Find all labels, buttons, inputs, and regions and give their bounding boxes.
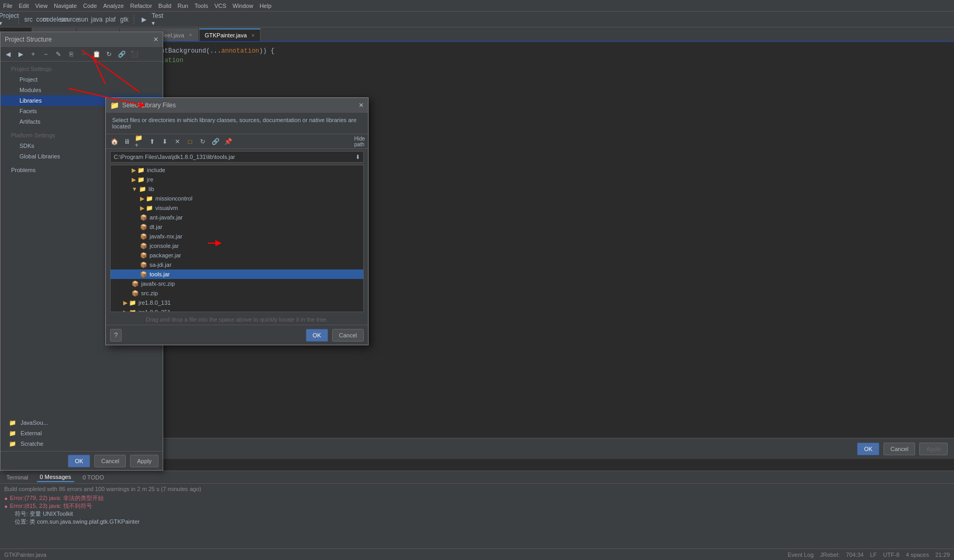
ps-ok-btn[interactable]: OK — [68, 455, 90, 467]
file-tree-visualvm[interactable]: ▶ 📁 visualvm — [111, 203, 363, 213]
file-tree-ant-javafx[interactable]: 📦 ant-javafx.jar — [111, 213, 363, 222]
dialog-cancel-btn[interactable]: Cancel — [332, 329, 364, 342]
tab-gtkpainter[interactable]: GTKPainter.java × — [199, 28, 261, 41]
toolbar-btn-plaf[interactable]: plaf — [105, 14, 116, 25]
menu-code[interactable]: Code — [83, 3, 97, 9]
status-right: Event Log JRebel: 704:34 LF UTF-8 4 spac… — [788, 552, 950, 558]
main-ok-btn[interactable]: OK — [857, 443, 879, 455]
file-tree-javafx-mx[interactable]: 📦 javafx-mx.jar — [111, 232, 363, 241]
ps-link-btn[interactable]: 🔗 — [116, 49, 127, 59]
file-tree-javafx-src[interactable]: 📦 javafx-src.zip — [111, 279, 363, 288]
dialog-up-btn[interactable]: ⬆ — [147, 136, 157, 147]
menu-navigate[interactable]: Navigate — [54, 3, 76, 9]
ps-back-btn[interactable]: ◀ — [3, 49, 13, 59]
tab-gtklookandfeel-close[interactable]: × — [189, 32, 192, 38]
error-detail-2: 位置: 类 com.sun.java.swing.plaf.gtk.GTKPai… — [4, 518, 950, 526]
dialog-buttons: ? OK Cancel — [106, 325, 368, 345]
tab-gtkpainter-close[interactable]: × — [252, 33, 255, 38]
dialog-downloads-btn[interactable]: ⬇ — [160, 136, 170, 147]
tab-terminal[interactable]: Terminal — [3, 473, 32, 482]
path-download-icon[interactable]: ⬇ — [355, 154, 360, 161]
ps-item-modules[interactable]: Modules — [1, 85, 163, 95]
menu-edit[interactable]: Edit — [19, 3, 29, 9]
ps-cancel-btn[interactable]: Cancel — [94, 455, 126, 467]
tab-todo[interactable]: 0 TODO — [80, 473, 107, 482]
dialog-refresh-btn[interactable]: ↻ — [197, 136, 208, 147]
ps-paste-btn[interactable]: 📋 — [91, 49, 102, 59]
file-tree-packager[interactable]: 📦 packager.jar — [111, 251, 363, 260]
toolbar-btn-src[interactable]: src — [23, 14, 34, 25]
bottom-tabs: Terminal 0 Messages 0 TODO — [0, 471, 954, 484]
ps-item-project[interactable]: Project — [1, 74, 163, 85]
file-tree-sa-jdi[interactable]: 📦 sa-jdi.jar — [111, 260, 363, 269]
jar-icon-jconsole: 📦 — [140, 243, 147, 249]
menu-tools[interactable]: Tools — [194, 3, 208, 9]
dialog-delete-btn[interactable]: ✕ — [172, 136, 183, 147]
status-cursor: 704:34 — [846, 552, 864, 558]
ps-edit-btn[interactable]: ✎ — [53, 49, 64, 59]
dialog-help-btn[interactable]: ? — [110, 329, 122, 342]
file-tree-missioncontrol[interactable]: ▶ 📁 missioncontrol — [111, 194, 363, 203]
menu-help[interactable]: Help — [260, 3, 272, 9]
main-apply-btn[interactable]: Apply — [919, 443, 948, 455]
dialog-link-btn[interactable]: 🔗 — [210, 136, 221, 147]
file-tree-include[interactable]: ▶ 📁 include — [111, 165, 363, 175]
dialog-pin-btn[interactable]: 📌 — [223, 136, 233, 147]
file-tree-ant-javafx-label: ant-javafx.jar — [150, 214, 183, 221]
menu-build[interactable]: Build — [158, 3, 171, 9]
ps-item-problems-label: Problems — [11, 167, 35, 173]
file-tree-lib[interactable]: ▼ 📁 lib — [111, 184, 363, 194]
run-btn[interactable]: ▶ — [138, 14, 150, 25]
file-tree-jre[interactable]: ▶ 📁 jre — [111, 175, 363, 184]
toolbar-btn-java[interactable]: java — [91, 14, 103, 25]
menu-vcs[interactable]: VCS — [214, 3, 226, 9]
ps-lib-scratche[interactable]: 📁 Scratche — [5, 438, 163, 449]
menu-view[interactable]: View — [35, 3, 48, 9]
toolbar-btn-source[interactable]: source — [64, 14, 75, 25]
dialog-desktop-btn[interactable]: 🖥 — [122, 136, 132, 147]
folder-icon-include: ▶ 📁 — [132, 167, 145, 174]
file-tree-jre131[interactable]: ▶ 📁 jre1.8.0_131 — [111, 298, 363, 307]
file-tree-tools[interactable]: 📦 tools.jar — [111, 269, 363, 279]
file-tree-dt[interactable]: 📦 dt.jar — [111, 222, 363, 232]
test-dropdown[interactable]: Test ▾ — [152, 14, 163, 25]
ps-orange-btn[interactable]: ⬛ — [129, 49, 140, 59]
project-dropdown[interactable]: Project ▾ — [3, 14, 15, 25]
ps-refresh-btn[interactable]: ↻ — [104, 49, 114, 59]
file-tree-jconsole[interactable]: 📦 jconsole.jar — [111, 241, 363, 251]
file-tree-jre251[interactable]: ▶ 📁 jre1.8.0_251 — [111, 307, 363, 312]
dialog-ok-btn[interactable]: OK — [306, 329, 328, 342]
ps-lib-external[interactable]: 📁 External — [5, 428, 163, 438]
toolbar-btn-gtk[interactable]: gtk — [118, 14, 130, 25]
ps-apply-btn[interactable]: Apply — [130, 455, 158, 467]
dialog-subtitle: Select files or directories in which lib… — [106, 113, 368, 134]
ps-cut-btn[interactable]: ✂ — [78, 49, 89, 59]
toolbar-btn-sun[interactable]: sun — [77, 14, 89, 25]
dialog-close-btn[interactable]: ✕ — [359, 102, 364, 109]
menu-run[interactable]: Run — [177, 3, 188, 9]
main-cancel-btn[interactable]: Cancel — [883, 443, 915, 455]
dialog-home-btn[interactable]: 🏠 — [109, 136, 120, 147]
menu-file[interactable]: File — [3, 3, 13, 9]
folder-icon-lib: ▼ 📁 — [132, 186, 146, 193]
menu-window[interactable]: Window — [233, 3, 253, 9]
status-event-log[interactable]: Event Log — [788, 552, 814, 558]
ps-add-btn[interactable]: + — [28, 49, 38, 59]
path-value: C:\Program Files\Java\jdk1.8.0_131\lib\t… — [114, 154, 235, 160]
dialog-new-folder-btn[interactable]: 📁+ — [134, 136, 145, 147]
dialog-toggle-btn[interactable]: □ — [185, 136, 195, 147]
project-structure-close[interactable]: ✕ — [153, 36, 158, 43]
ps-remove-btn[interactable]: − — [41, 49, 51, 59]
ps-copy-btn[interactable]: ⎘ — [66, 49, 76, 59]
menu-analyze[interactable]: Analyze — [103, 3, 124, 9]
path-input[interactable]: C:\Program Files\Java\jdk1.8.0_131\lib\t… — [110, 151, 364, 163]
hide-path-btn[interactable]: Hide path — [354, 136, 365, 147]
ps-lib-javasou[interactable]: 📁 JavaSou... — [5, 417, 163, 428]
menu-refactor[interactable]: Refactor — [130, 3, 152, 9]
file-tree-src-zip[interactable]: 📦 src.zip — [111, 288, 363, 298]
ps-forward-btn[interactable]: ▶ — [15, 49, 26, 59]
ps-lib-external-label: External — [21, 430, 42, 436]
error-line-2: ● Error:(815, 23) java: 找不到符号 — [4, 502, 950, 510]
tab-messages[interactable]: 0 Messages — [37, 473, 74, 482]
ps-bottom-buttons: OK Cancel Apply — [1, 451, 163, 470]
